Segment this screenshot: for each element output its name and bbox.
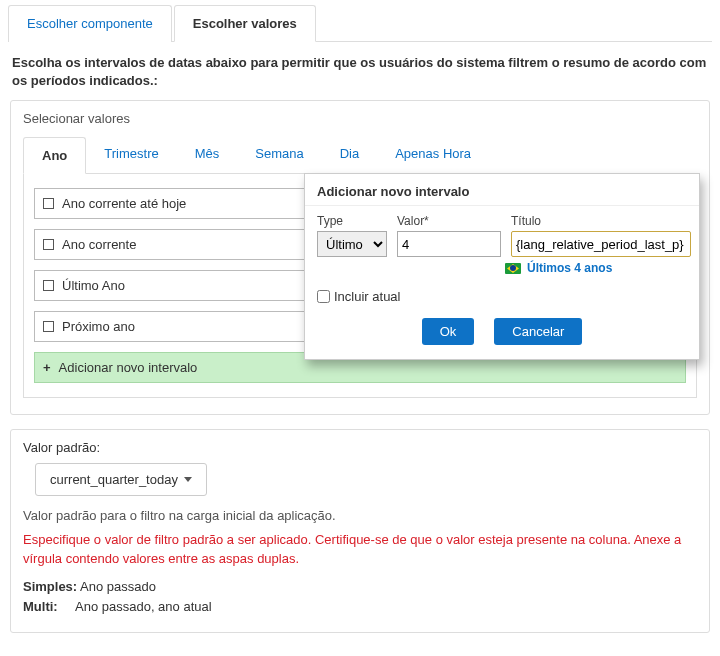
default-value-hint: Valor padrão para o filtro na carga inic… [23,508,697,523]
tab-quarter[interactable]: Trimestre [86,136,176,173]
default-value-text: current_quarter_today [50,472,178,487]
tab-week[interactable]: Semana [237,136,321,173]
value-item-label: Último Ano [62,278,125,293]
checkbox-icon[interactable] [43,239,54,250]
value-item-label: Ano corrente até hoje [62,196,186,211]
default-value-dropdown[interactable]: current_quarter_today [35,463,207,496]
page-description: Escolha os intervalos de datas abaixo pa… [12,54,708,90]
value-item-label: Ano corrente [62,237,136,252]
tab-month[interactable]: Mês [177,136,238,173]
default-value-label: Valor padrão: [23,440,697,455]
tab-day[interactable]: Dia [322,136,378,173]
popover-title: Adicionar novo intervalo [305,174,699,206]
tab-choose-component[interactable]: Escolher componente [8,5,172,42]
tab-hour-only[interactable]: Apenas Hora [377,136,489,173]
default-value-panel: Valor padrão: current_quarter_today Valo… [10,429,710,633]
checkbox-icon[interactable] [43,321,54,332]
valor-input[interactable] [397,231,501,257]
type-label: Type [317,214,387,228]
include-current-checkbox[interactable] [317,290,330,303]
plus-icon: + [43,360,51,375]
select-values-title: Selecionar valores [23,111,697,126]
preview-text: Últimos 4 anos [527,261,612,275]
example-simple: Simples: Ano passado [23,577,697,597]
type-select[interactable]: Último [317,231,387,257]
chevron-down-icon [184,477,192,482]
period-tabs: Ano Trimestre Mês Semana Dia Apenas Hora [23,136,697,174]
checkbox-icon[interactable] [43,280,54,291]
tab-choose-values[interactable]: Escolher valores [174,5,316,42]
example-multi: Multi: Ano passado, ano atual [23,597,697,617]
titulo-input[interactable] [511,231,691,257]
top-tabs: Escolher componente Escolher valores [8,4,712,42]
locale-preview: Últimos 4 anos [505,261,687,275]
add-interval-popover: Adicionar novo intervalo Type Último Val… [304,173,700,360]
popover-cancel-button[interactable]: Cancelar [494,318,582,345]
default-value-warning: Especifique o valor de filtro padrão a s… [23,531,697,569]
select-values-panel: Selecionar valores Ano Trimestre Mês Sem… [10,100,710,415]
tab-year[interactable]: Ano [23,137,86,174]
checkbox-icon[interactable] [43,198,54,209]
brazil-flag-icon [505,263,521,274]
add-new-label: Adicionar novo intervalo [59,360,198,375]
period-content: Ano corrente até hoje Ano corrente Últim… [23,174,697,398]
value-item-label: Próximo ano [62,319,135,334]
popover-ok-button[interactable]: Ok [422,318,475,345]
include-current-label: Incluir atual [334,289,400,304]
valor-label: Valor* [397,214,501,228]
titulo-label: Título [511,214,691,228]
